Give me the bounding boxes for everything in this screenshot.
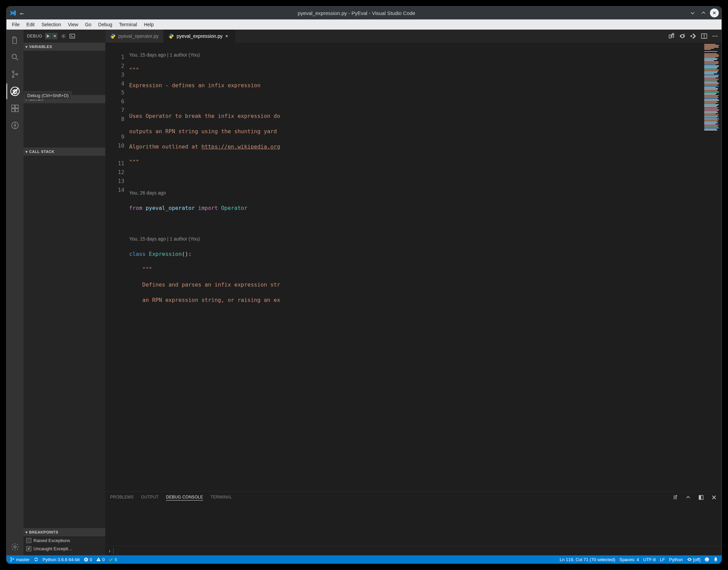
menu-debug[interactable]: Debug — [95, 21, 115, 28]
menu-help[interactable]: Help — [141, 21, 156, 28]
svg-rect-8 — [15, 109, 18, 112]
more-actions-icon[interactable] — [712, 33, 718, 39]
activity-gitlens[interactable] — [6, 117, 24, 134]
status-tests[interactable]: 6 — [109, 557, 117, 562]
status-errors[interactable]: 0 — [84, 557, 92, 562]
status-cursor[interactable]: Ln 119, Col 71 (70 selected) — [560, 557, 615, 562]
menu-go[interactable]: Go — [82, 21, 94, 28]
pin-icon[interactable] — [19, 10, 25, 16]
activity-explorer[interactable] — [6, 32, 24, 49]
breakpoint-row[interactable]: Uncaught Excepti… — [24, 544, 105, 553]
vscode-window: pyeval_expression.py - PyEval - Visual S… — [6, 6, 722, 564]
twisty-icon: ▾ — [26, 45, 28, 49]
status-sync-icon[interactable] — [34, 557, 39, 562]
svg-point-2 — [12, 76, 14, 78]
tab-label: pyeval_operator.py — [118, 33, 158, 39]
gitlens-diff-icon[interactable] — [690, 33, 696, 39]
editor[interactable]: 1234 5678 910 11121314 You, 15 days ago … — [105, 43, 722, 491]
section-watch-body — [24, 103, 105, 148]
sidebar: DEBUG ▾ VARIABLES — [24, 30, 105, 555]
python-file-icon — [168, 33, 174, 39]
status-eol[interactable]: LF — [660, 557, 665, 562]
breakpoint-label: Uncaught Excepti… — [33, 546, 73, 551]
menu-edit[interactable]: Edit — [24, 21, 37, 28]
status-notifications-icon[interactable] — [713, 557, 718, 562]
svg-rect-15 — [669, 35, 671, 38]
panel-tab-output[interactable]: OUTPUT — [141, 495, 158, 500]
codelens[interactable]: You, 15 days ago | 1 author (You) — [129, 234, 703, 243]
panel-tab-terminal[interactable]: TERMINAL — [211, 495, 232, 500]
code-content[interactable]: You, 15 days ago | 1 author (You) """ Ex… — [129, 43, 703, 491]
status-feedback-icon[interactable] — [704, 557, 709, 562]
svg-point-30 — [706, 559, 707, 559]
menu-terminal[interactable]: Terminal — [116, 21, 140, 28]
debug-config-dropdown[interactable] — [51, 33, 58, 40]
activity-settings[interactable] — [6, 538, 24, 555]
checkbox-checked[interactable] — [26, 546, 31, 551]
minimap[interactable] — [703, 43, 722, 491]
activity-scm[interactable] — [6, 66, 24, 83]
status-indent[interactable]: Spaces: 4 — [619, 557, 639, 562]
panel-close-icon[interactable] — [711, 495, 717, 500]
debug-console-input[interactable] — [113, 548, 718, 554]
status-branch[interactable]: master — [10, 557, 30, 562]
panel-tab-problems[interactable]: PROBLEMS — [110, 495, 134, 500]
panel: PROBLEMS OUTPUT DEBUG CONSOLE TERMINAL › — [105, 491, 722, 555]
activitybar — [6, 30, 24, 555]
menu-view[interactable]: View — [65, 21, 81, 28]
split-editor-icon[interactable] — [701, 33, 707, 39]
panel-tabs: PROBLEMS OUTPUT DEBUG CONSOLE TERMINAL — [105, 492, 722, 503]
svg-point-31 — [707, 559, 708, 559]
debug-start-group — [44, 32, 58, 40]
clear-console-icon[interactable] — [672, 495, 678, 500]
window-maximize-button[interactable] — [699, 9, 708, 17]
breakpoint-label: Raised Exceptions — [33, 538, 70, 543]
section-callstack-header[interactable]: ▾ CALL STACK — [24, 148, 105, 156]
activity-search[interactable] — [6, 49, 24, 66]
menu-selection[interactable]: Selection — [39, 21, 64, 28]
menu-file[interactable]: File — [9, 21, 22, 28]
tab-pyeval-operator[interactable]: pyeval_operator.py — [105, 30, 164, 43]
prompt-icon: › — [109, 548, 110, 554]
editor-tabs: pyeval_operator.py pyeval_expression.py … — [105, 30, 722, 43]
section-breakpoints-body: Raised Exceptions Uncaught Excepti… — [24, 536, 105, 555]
status-spellcheck[interactable]: [off] — [687, 557, 700, 562]
section-variables-header[interactable]: ▾ VARIABLES — [24, 43, 105, 51]
tab-pyeval-expression[interactable]: pyeval_expression.py × — [164, 30, 235, 43]
debug-tooltip: Debug (Ctrl+Shift+D) — [24, 91, 72, 100]
vscode-app-icon — [9, 9, 17, 17]
debug-start-button[interactable] — [45, 33, 51, 40]
activity-debug[interactable] — [6, 83, 24, 100]
window-minimize-button[interactable] — [688, 9, 697, 17]
breakpoint-row[interactable]: Raised Exceptions — [24, 536, 105, 544]
tab-close-icon[interactable]: × — [225, 33, 230, 39]
status-warnings[interactable]: 0 — [96, 557, 105, 562]
codelens[interactable]: You, 15 days ago | 1 author (You) — [129, 50, 703, 59]
activity-extensions[interactable] — [6, 100, 24, 117]
section-breakpoints-label: BREAKPOINTS — [29, 530, 59, 534]
window-title: pyeval_expression.py - PyEval - Visual S… — [27, 10, 686, 16]
status-language[interactable]: Python — [669, 557, 683, 562]
twisty-icon: ▾ — [26, 150, 28, 154]
svg-rect-6 — [12, 105, 15, 108]
panel-tab-debug-console[interactable]: DEBUG CONSOLE — [166, 495, 203, 500]
codelens[interactable]: You, 26 days ago — [129, 188, 703, 197]
svg-point-27 — [13, 558, 14, 559]
status-encoding[interactable]: UTF-8 — [643, 557, 656, 562]
section-breakpoints-header[interactable]: ▾ BREAKPOINTS — [24, 528, 105, 536]
editor-area: pyeval_operator.py pyeval_expression.py … — [105, 30, 722, 555]
sidebar-header: DEBUG — [24, 30, 105, 43]
debug-console-icon[interactable] — [69, 33, 76, 40]
window-close-button[interactable] — [710, 9, 719, 17]
panel-maximize-icon[interactable] — [698, 495, 704, 500]
gitlens-toggle-icon[interactable] — [679, 33, 685, 39]
checkbox-unchecked[interactable] — [26, 538, 31, 543]
svg-point-1 — [12, 71, 14, 73]
debug-settings-icon[interactable] — [60, 33, 67, 40]
tab-label: pyeval_expression.py — [177, 33, 223, 39]
status-interpreter[interactable]: Python 3.6.6 64-bit — [43, 557, 80, 562]
sidebar-title: DEBUG — [27, 34, 42, 38]
compare-changes-icon[interactable] — [668, 33, 674, 39]
debug-console-body — [105, 503, 722, 546]
panel-collapse-icon[interactable] — [685, 495, 691, 500]
